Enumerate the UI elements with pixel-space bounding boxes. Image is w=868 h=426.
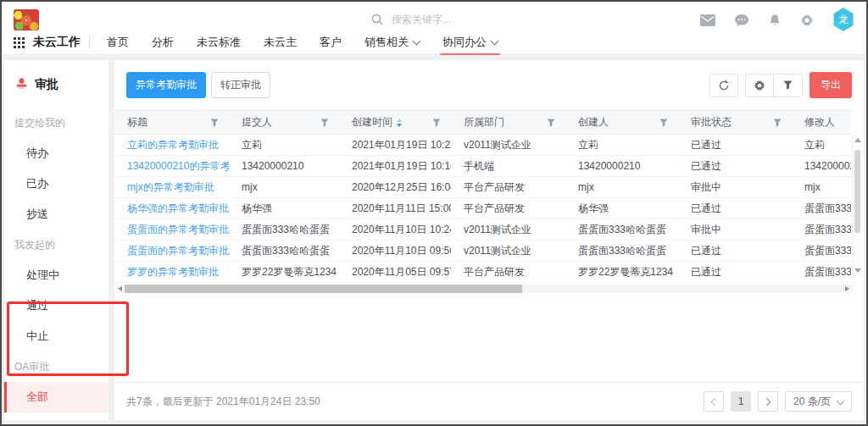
table-row[interactable]: 13420000210的异常考勤审批134200002102021年01月19日… [114,156,851,177]
global-search[interactable] [371,11,566,28]
table-row[interactable]: 立莉的异常考勤审批立莉2021年01月19日 10:22v2011测试企业立莉已… [114,135,851,156]
filter-icon[interactable] [659,119,668,127]
page-number[interactable]: 1 [731,391,751,412]
user-avatar[interactable]: 龙 [832,8,854,31]
nav-item-label: 未云主 [264,35,297,50]
filter-icon[interactable] [773,119,782,127]
table-cell: 蛋蛋面333哈哈蛋蛋 [792,199,851,219]
app-grid-icon[interactable] [14,37,25,48]
nav-divider [89,36,90,48]
scroll-left-arrow-icon[interactable] [118,286,122,291]
gear-icon[interactable] [800,14,814,27]
filter-icon[interactable] [210,119,219,127]
filter-button[interactable] [774,74,803,97]
topbar-upper: 龙 [2,2,866,31]
table-cell: 蛋蛋面333哈哈蛋蛋 [229,241,339,261]
nav-item-2[interactable]: 分析 [152,35,174,50]
export-button[interactable]: 导出 [810,72,852,98]
table-body: 立莉的异常考勤审批立莉2021年01月19日 10:22v2011测试企业立莉已… [114,135,851,283]
sidebar-item[interactable]: 待办 [4,138,108,169]
table-row[interactable]: 蛋蛋面的异常考勤审批蛋蛋面333哈哈蛋蛋2020年11月10日 10:24v20… [114,219,851,241]
settings-button[interactable] [745,74,774,97]
nav-item-label: 销售相关 [364,35,409,50]
column-header[interactable]: 修改人 [792,111,851,134]
scroll-up-arrow-icon[interactable] [854,138,861,142]
table-row[interactable]: 蛋蛋面的异常考勤审批蛋蛋面333哈哈蛋蛋2020年11月10日 09:56v20… [114,241,851,262]
sort-down-caret [397,124,402,127]
toolbar-actions: 导出 [709,72,852,98]
scroll-down-arrow-icon[interactable] [854,268,861,273]
nav-item-5[interactable]: 客户 [320,35,342,50]
sort-icon[interactable] [397,119,402,127]
next-page-button[interactable] [758,391,778,412]
table-row[interactable]: mjx的异常考勤审批mjx2020年12月25日 16:04平台产品研发mjx审… [114,177,851,198]
column-header[interactable]: 创建时间 [339,111,451,134]
tab-1[interactable]: 异常考勤审批 [126,72,206,98]
row-title-link[interactable]: 13420000210的异常考勤审批 [114,157,229,176]
sidebar-item[interactable]: 中止 [4,321,108,351]
content-area: 审批 提交给我的待办已办抄送我发起的处理中通过中止OA审批全部 异常考勤审批转正… [2,55,866,424]
horizontal-scroll-thumb[interactable] [125,285,522,293]
nav-item-label: 客户 [320,35,342,50]
column-header[interactable]: 所属部门 [451,111,565,134]
table-cell: 2021年01月19日 10:16 [339,157,451,176]
sidebar-item[interactable]: 通过 [4,290,108,321]
sidebar-item[interactable]: 抄送 [4,199,108,230]
nav-item-1[interactable]: 首页 [107,35,129,50]
row-title-link[interactable]: 立莉的异常考勤审批 [114,136,229,155]
search-input[interactable] [390,13,546,26]
sidebar-title: 审批 [35,77,58,92]
column-header[interactable]: 创建人 [565,111,678,134]
tab-2[interactable]: 转正审批 [211,72,270,98]
sidebar-item[interactable]: 处理中 [4,260,108,290]
mail-icon[interactable] [700,14,715,26]
nav-item-7[interactable]: 协同办公 [442,35,498,50]
horizontal-scrollbar[interactable] [115,285,852,293]
nav-item-3[interactable]: 未云标准 [197,35,241,50]
sidebar-item[interactable]: 已办 [4,169,108,199]
table-cell: 杨华强 [565,199,678,219]
table-cell: 2020年12月25日 16:04 [339,178,451,197]
page-size-select[interactable]: 20 条/页 [785,391,852,412]
column-label: 标题 [127,115,147,130]
column-label: 提交人 [242,115,272,130]
table-cell: 蛋蛋面333哈哈蛋蛋 [792,241,851,261]
column-header[interactable]: 标题 [114,111,229,134]
table-cell: 2020年11月05日 09:57 [339,263,451,282]
column-header[interactable]: 审批状态 [678,111,792,134]
table-cell: mjx [229,178,339,197]
nav-bar: 未云工作 首页分析未云标准未云主客户销售相关协同办公 [2,31,866,53]
table-row[interactable]: 杨华强的异常考勤审批杨华强2020年11月11日 15:00平台产品研发杨华强已… [114,198,851,219]
nav-item-4[interactable]: 未云主 [264,35,297,50]
table-cell: 蛋蛋面333哈哈蛋蛋 [565,220,678,240]
vertical-scrollbar[interactable] [852,135,863,276]
search-icon [371,14,383,25]
table-cell: 2020年11月11日 15:00 [339,199,451,219]
row-title-link[interactable]: 罗罗的异常考勤审批 [114,263,229,282]
table-cell: 立莉 [229,136,339,155]
chat-icon[interactable] [734,14,749,27]
table-cell: 13420000210 [229,157,339,176]
filter-icon[interactable] [320,119,329,127]
table-row[interactable]: 罗罗的异常考勤审批罗罗22罗曼蒂克12342020年11月05日 09:57平台… [114,262,851,283]
row-title-link[interactable]: mjx的异常考勤审批 [114,178,229,197]
bell-icon[interactable] [768,14,782,27]
table-cell: 罗罗22罗曼蒂克1234 [229,263,339,282]
row-title-link[interactable]: 杨华强的异常考勤审批 [114,199,229,219]
sidebar-item[interactable]: 全部 [4,382,108,412]
row-title-link[interactable]: 蛋蛋面的异常考勤审批 [114,241,229,261]
column-header[interactable]: 提交人 [229,111,339,134]
table-cell: 蛋蛋面333哈哈蛋蛋 [229,220,339,240]
table-cell: 已通过 [678,241,792,261]
row-title-link[interactable]: 蛋蛋面的异常考勤审批 [114,220,229,240]
table-cell: 2020年11月10日 09:56 [339,241,451,261]
filter-icon[interactable] [432,119,441,127]
scroll-right-arrow-icon[interactable] [845,286,849,291]
prev-page-button[interactable] [704,391,724,412]
vertical-scroll-thumb[interactable] [854,150,860,233]
nav-item-6[interactable]: 销售相关 [364,35,420,50]
refresh-button[interactable] [709,74,738,97]
workspace-name[interactable]: 未云工作 [33,35,81,50]
nav-item-label: 首页 [107,35,129,50]
filter-icon[interactable] [547,119,555,127]
